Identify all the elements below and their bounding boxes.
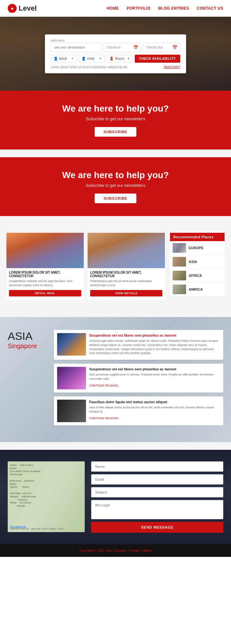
gap-1: [0, 150, 231, 157]
article-1: Suspendisse vel est libero sem phasellus…: [54, 330, 223, 360]
gap-4: [0, 442, 231, 450]
child-arrow: ▼: [99, 57, 102, 60]
article-3-text: Nam in felis aliquet metus luctus iaculi…: [89, 405, 220, 413]
gap-2: [0, 216, 231, 224]
adult-select[interactable]: 👤 Adult ▼: [51, 55, 77, 63]
footer-text: Copyright © 2024 Your Company · Design:: [79, 549, 140, 552]
blog-card-2-title: LOREM IPSUM DOLOR SIT AMET, CONSECTETUR: [90, 271, 162, 278]
article-2-title: Suspendisse vel est libero sem phasellus…: [89, 367, 220, 371]
map-overlay: View larger map Keyboard shortcuts Map d…: [10, 525, 64, 530]
room-label: 🚪 Room: [109, 57, 124, 61]
calendar-icon2: 📅: [172, 45, 177, 50]
red1-heading: We are here to help you?: [6, 104, 225, 114]
hero-section: destination Check in 📅 Check Out 📅 👤 Adu…: [0, 17, 231, 91]
rec-item-asia[interactable]: ASIA: [170, 255, 225, 269]
email-input[interactable]: [91, 474, 223, 485]
destination-label: destination: [51, 39, 180, 42]
continue-link-2[interactable]: CONTINUE READING...: [89, 384, 121, 387]
blog-card-2-body: LOREM IPSUM DOLOR SIT AMET, CONSECTETUR …: [88, 268, 165, 300]
article-3-body: Faucibus dolor ligula nisl metus auctor …: [89, 400, 220, 422]
asia-articles: Suspendisse vel est libero sem phasellus…: [54, 330, 223, 429]
rec-name-europe: EUROPE: [189, 246, 203, 250]
name-input[interactable]: [91, 461, 223, 472]
continue-link-3[interactable]: CONTINUE READING...: [89, 417, 121, 420]
asia-label: ASIA Singapore: [8, 330, 46, 350]
checkin-field[interactable]: Check in 📅: [104, 43, 141, 52]
rec-thumb-amrica: [173, 285, 186, 294]
nav-home[interactable]: HOME: [107, 6, 119, 11]
map-inner: Ashlim Arab El Raml Banha Qum slanta, Va…: [8, 462, 84, 532]
search-row2: 👤 Adult ▼ 👤 child ▼ 🚪 Room ▼ CHECK AVAIL…: [51, 55, 180, 63]
rec-name-asia: ASIA: [189, 260, 197, 264]
child-select[interactable]: 👤 child ▼: [79, 55, 105, 63]
rec-name-africa: AFRICA: [189, 274, 202, 277]
map-labels: Ashlim Arab El Raml Banha Qum slanta, Va…: [10, 464, 82, 508]
adult-label: 👤 Adult: [54, 57, 67, 61]
recommended-header: Recommended Places: [170, 233, 225, 241]
blog-card-2: LOREM IPSUM DOLOR SIT AMET, CONSECTETUR …: [88, 233, 165, 300]
recommended-places: Recommended Places EUROPE ASIA AFRICA AM…: [170, 233, 225, 300]
content-section: LOREM IPSUM DOLOR SIT AMET, CONSECTETUR …: [0, 224, 231, 309]
adult-arrow: ▼: [71, 57, 74, 60]
article-1-image: [57, 333, 86, 356]
rec-thumb-africa: [173, 271, 186, 280]
blog-card-1: LOREM IPSUM DOLOR SIT AMET, CONSECTETUR …: [6, 233, 84, 300]
footer: Copyright © 2024 Your Company · Design: …: [0, 544, 231, 557]
destination-input[interactable]: [51, 43, 102, 52]
view-larger-map[interactable]: View larger map: [10, 525, 26, 528]
gap-3: [0, 309, 231, 317]
room-arrow: ▼: [127, 57, 130, 60]
navbar: ● Level HOME PORTFOLIO BLOG ENTRIES CONT…: [0, 0, 231, 17]
rec-item-europe[interactable]: EUROPE: [170, 241, 225, 255]
article-2: Suspendisse vel est libero sem phasellus…: [54, 364, 223, 393]
check-availability-button[interactable]: CHECK AVAILABILITY: [135, 55, 180, 63]
rec-thumb-europe: [173, 243, 186, 253]
article-1-title: Suspendisse vel est libero sem phasellus…: [89, 333, 220, 338]
article-3-title: Faucibus dolor ligula nisl metus auctor …: [89, 400, 220, 404]
blog-card-1-body: LOREM IPSUM DOLOR SIT AMET, CONSECTETUR …: [6, 268, 84, 300]
room-select[interactable]: 🚪 Room ▼: [107, 55, 133, 63]
google-credit: Keyboard shortcuts Map data ©2024 Google…: [10, 528, 64, 530]
rec-thumb-asia: [173, 257, 186, 267]
checkout-field[interactable]: Check Out 📅: [143, 43, 180, 52]
subject-input[interactable]: [91, 487, 223, 497]
blog-card-1-image: [6, 233, 84, 268]
send-message-button[interactable]: SEND MESSAGE: [91, 522, 223, 533]
nav-portfolio[interactable]: PORTFOLIO: [127, 6, 151, 11]
search-box: destination Check in 📅 Check Out 📅 👤 Adu…: [45, 34, 186, 73]
nav-contact[interactable]: CONTACT US: [197, 6, 223, 11]
asia-section: ASIA Singapore Suspendisse vel est liber…: [0, 317, 231, 442]
footer-brand: Colorlib: [141, 549, 152, 552]
article-1-text: Vivamus eget tellus ornare, sollicitudin…: [89, 339, 220, 355]
contact-form: SEND MESSAGE: [91, 461, 223, 533]
logo-icon: ●: [8, 4, 17, 13]
logo-text: Level: [19, 4, 37, 13]
rec-item-amrica[interactable]: AMRICA: [170, 283, 225, 296]
nav-links: HOME PORTFOLIO BLOG ENTRIES CONTACT US: [107, 6, 223, 11]
rec-item-africa[interactable]: AFRICA: [170, 269, 225, 283]
red2-subtext: Subscribe to get our newsletters: [6, 183, 225, 188]
logo[interactable]: ● Level: [8, 4, 37, 13]
child-label: 👤 child: [81, 57, 94, 61]
detail-button-1[interactable]: DETAIL INFO.: [9, 290, 81, 296]
rec-name-amrica: AMRICA: [189, 287, 203, 291]
article-2-text: Duis accumsan sagittis tortor in ultrice…: [89, 373, 220, 381]
red-section-1: We are here to help you? Subscribe to ge…: [0, 91, 231, 150]
nav-blog[interactable]: BLOG ENTRIES: [158, 6, 189, 11]
subscribe-button-2[interactable]: SUBSCRIBE: [95, 194, 136, 203]
subscribe-button-1[interactable]: SUBSCRIBE: [95, 127, 136, 137]
checkin-label: Check in: [107, 45, 121, 49]
lorem-text: Lorem ipsum dolor sit amet consectetur a…: [51, 65, 128, 69]
content-grid: LOREM IPSUM DOLOR SIT AMET, CONSECTETUR …: [6, 233, 225, 300]
blog-card-2-text: Pellentesque quis dui sit amet purus sce…: [90, 279, 162, 287]
detail-button-2[interactable]: VIEW DETAILS: [90, 290, 162, 296]
red2-heading: We are here to help you?: [6, 170, 225, 180]
article-3-image: [57, 400, 86, 422]
need-help-link[interactable]: Need help?: [164, 65, 180, 69]
asia-city: Singapore: [8, 342, 46, 350]
blog-card-1-text: Suspendisse molestie sed dui eget faucib…: [9, 279, 81, 287]
message-input[interactable]: [91, 500, 223, 519]
article-3: Faucibus dolor ligula nisl metus auctor …: [54, 396, 223, 425]
calendar-icon: 📅: [133, 45, 138, 50]
blog-cards: LOREM IPSUM DOLOR SIT AMET, CONSECTETUR …: [6, 233, 165, 300]
